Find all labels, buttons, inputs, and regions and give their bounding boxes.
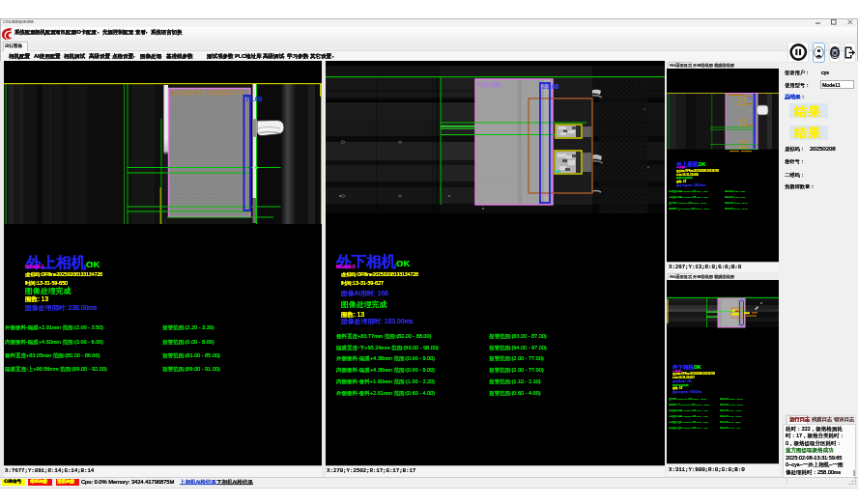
svg-text:73.68: 73.68 [748, 97, 757, 100]
svg-text:AI检测框: AI检测框 [477, 81, 501, 89]
svg-text:23.68: 23.68 [542, 83, 559, 90]
svg-text:73.68: 73.68 [245, 96, 263, 102]
svg-text:灰度阈值:93, 动态阈值:100: 灰度阈值:93, 动态阈值:100 [170, 89, 243, 97]
